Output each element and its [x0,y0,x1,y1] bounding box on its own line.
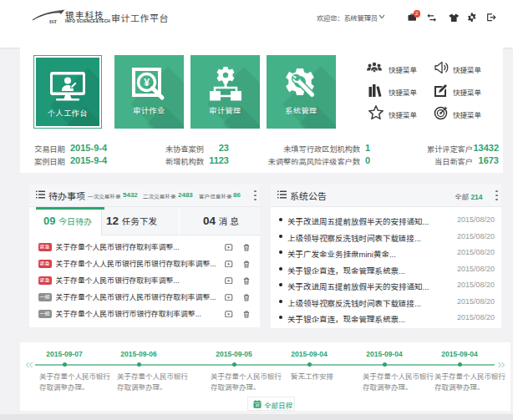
svg-text:¥: ¥ [144,77,150,89]
svg-text:23: 23 [256,403,260,407]
svg-text:IST: IST [49,19,57,24]
